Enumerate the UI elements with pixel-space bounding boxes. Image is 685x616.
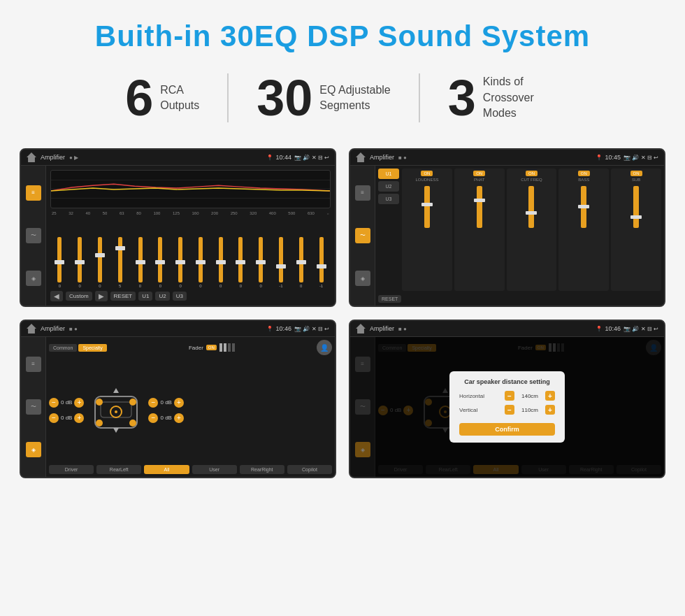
left-rear-minus[interactable]: −	[49, 413, 59, 423]
status-bar-dialog: Amplifier ■ ● 📍 10:46 📷 🔊 ✕ ⊟ ↩	[350, 321, 664, 337]
svg-point-7	[96, 399, 103, 406]
sub-on[interactable]: ON	[630, 171, 642, 176]
location-icon-3: 📍	[266, 326, 273, 332]
copilot-btn[interactable]: Copilot	[287, 465, 332, 474]
loudness-on[interactable]: ON	[421, 171, 433, 176]
u1-preset[interactable]: U1	[378, 169, 399, 179]
right-rear-minus[interactable]: −	[148, 413, 158, 423]
bass-name: BASS	[578, 178, 589, 182]
status-icons-2: 📷 🔊 ✕ ⊟ ↩	[623, 155, 658, 161]
user-btn[interactable]: User	[192, 465, 237, 474]
rear-left-btn[interactable]: RearLeft	[96, 465, 141, 474]
eq-labels: 2532405063 80100125160200 25032040050063…	[50, 211, 331, 215]
dialog-overlay: Car speaker distance setting Horizontal …	[350, 337, 664, 477]
fader-on-badge[interactable]: ON	[206, 345, 217, 350]
wave-icon[interactable]: 〜	[26, 228, 41, 243]
phat-name: PHAT	[474, 178, 485, 182]
channel-loudness: ON LOUDNESS	[402, 169, 452, 291]
home-icon-2	[356, 152, 366, 162]
eq-icon[interactable]: ≡	[26, 185, 41, 201]
crossover-channels: ON LOUDNESS ON PHAT ON CUT FREQ	[402, 169, 661, 291]
left-front-minus[interactable]: −	[49, 398, 59, 408]
status-bar-crossover: Amplifier ■ ● 📍 10:45 📷 🔊 ✕ ⊟ ↩	[350, 150, 664, 166]
crossover-presets: U1 U2 U3	[378, 169, 399, 291]
horizontal-label: Horizontal	[459, 393, 484, 399]
left-rear-plus[interactable]: +	[74, 413, 84, 423]
right-front-control: − 0 dB +	[148, 398, 183, 408]
right-rear-val: 0 dB	[160, 415, 171, 421]
horizontal-minus[interactable]: −	[505, 391, 514, 401]
u3-preset[interactable]: U3	[378, 194, 399, 204]
u2-preset[interactable]: U2	[378, 181, 399, 192]
right-front-plus[interactable]: +	[174, 398, 184, 408]
eq-graph	[50, 170, 331, 208]
reset-btn-1[interactable]: RESET	[110, 292, 136, 301]
tab-specialty[interactable]: Specialty	[78, 344, 106, 352]
amplifier-label-2: Amplifier	[370, 154, 394, 161]
left-front-plus[interactable]: +	[74, 398, 84, 408]
status-icons-3: 📷 🔊 ✕ ⊟ ↩	[294, 326, 329, 332]
stat-eq-label: EQ AdjustableSegments	[319, 83, 390, 114]
sidebar-fader: ≡ 〜 ◈	[21, 337, 46, 477]
vertical-minus[interactable]: −	[505, 405, 514, 415]
sub-name: SUB	[632, 178, 640, 182]
horizontal-plus[interactable]: +	[545, 391, 555, 401]
right-front-val: 0 dB	[160, 399, 171, 406]
time-3: 10:46	[276, 325, 292, 332]
left-rear-val: 0 dB	[61, 415, 72, 421]
right-rear-plus[interactable]: +	[174, 413, 184, 423]
slider-14: -1	[312, 237, 331, 288]
vertical-label: Vertical	[459, 407, 477, 413]
amplifier-label-1: Amplifier	[41, 154, 65, 161]
speaker-icon-2[interactable]: ◈	[355, 271, 370, 286]
eq-icon-3[interactable]: ≡	[26, 357, 41, 372]
cutfreq-on[interactable]: ON	[526, 171, 538, 176]
slider-8: 0	[191, 237, 210, 288]
screenshots-grid: Amplifier ● ▶ 📍 10:44 📷 🔊 ✕ ⊟ ↩ ≡ 〜 ◈	[0, 143, 685, 498]
profile-icon[interactable]: 👤	[317, 340, 332, 355]
speaker-icon-3[interactable]: ◈	[26, 442, 41, 457]
channel-phat: ON PHAT	[454, 169, 505, 291]
left-controls: − 0 dB + − 0 dB +	[49, 398, 84, 423]
reset-btn-crossover[interactable]: RESET	[378, 295, 401, 303]
slider-11: 0	[252, 237, 271, 288]
dialog-title: Car speaker distance setting	[459, 378, 555, 385]
dialog-screen: Amplifier ■ ● 📍 10:46 📷 🔊 ✕ ⊟ ↩ ≡ 〜 ◈ Co…	[349, 320, 665, 478]
channel-bass: ON BASS	[558, 169, 609, 291]
home-icon-4	[356, 324, 366, 334]
all-btn[interactable]: All	[144, 465, 189, 474]
stat-crossover-number: 3	[448, 73, 476, 123]
page-title: Buith-in 30EQ DSP Sound System	[0, 0, 685, 66]
svg-marker-12	[113, 428, 119, 433]
driver-btn[interactable]: Driver	[49, 465, 94, 474]
dot-icons-2: ■ ●	[398, 155, 407, 161]
u2-btn-1[interactable]: U2	[155, 292, 169, 301]
wave-icon-2[interactable]: 〜	[355, 228, 370, 243]
stat-rca-label: RCAOutputs	[160, 83, 199, 114]
tab-common[interactable]: Common	[49, 344, 77, 352]
slider-9: 0	[211, 237, 230, 288]
custom-btn[interactable]: Custom	[66, 292, 92, 301]
eq-icon-2[interactable]: ≡	[355, 185, 370, 201]
status-icons-1: 📷 🔊 ✕ ⊟ ↩	[294, 155, 329, 161]
prev-btn[interactable]: ◀	[50, 291, 63, 301]
slider-3: 0	[91, 237, 110, 288]
time-2: 10:45	[605, 154, 621, 161]
fader-top: Common Specialty Fader ON	[49, 340, 332, 355]
bass-on[interactable]: ON	[578, 171, 590, 176]
rear-right-btn[interactable]: RearRight	[240, 465, 284, 474]
next-btn[interactable]: ▶	[95, 291, 108, 301]
speaker-icon[interactable]: ◈	[26, 271, 41, 286]
wave-icon-3[interactable]: 〜	[26, 399, 41, 415]
u3-btn-1[interactable]: U3	[173, 292, 187, 301]
right-front-minus[interactable]: −	[148, 398, 158, 408]
u1-btn-1[interactable]: U1	[138, 292, 152, 301]
phat-on[interactable]: ON	[473, 171, 485, 176]
car-diagram	[88, 382, 144, 438]
vertical-plus[interactable]: +	[545, 405, 555, 415]
status-bar-fader: Amplifier ■ ● 📍 10:46 📷 🔊 ✕ ⊟ ↩	[21, 321, 335, 337]
confirm-button[interactable]: Confirm	[459, 423, 555, 436]
dialog-box: Car speaker distance setting Horizontal …	[449, 371, 565, 443]
eq-main: 2532405063 80100125160200 25032040050063…	[46, 166, 335, 306]
dot-icons-4: ■ ●	[398, 326, 407, 332]
